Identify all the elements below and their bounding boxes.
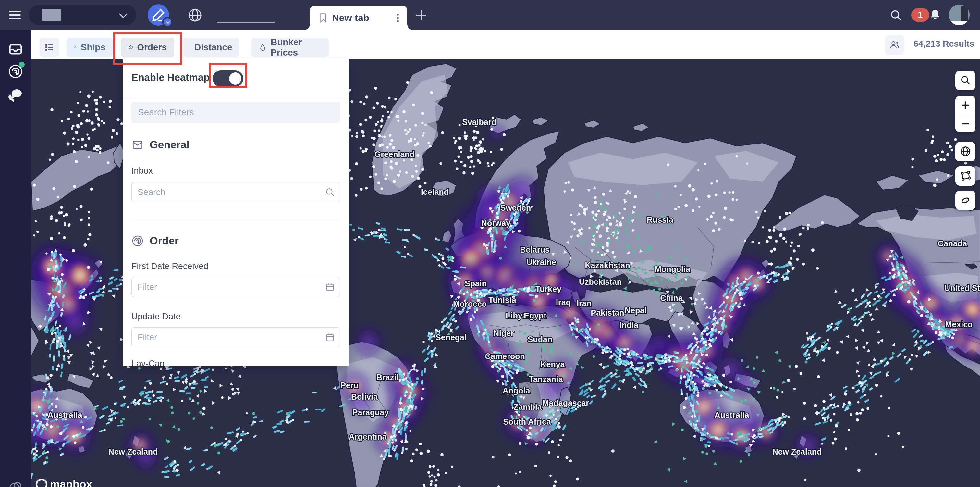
laycan-label: Lay-Can [131,359,164,366]
results-people-button[interactable] [885,35,904,55]
svg-text:Sweden: Sweden [500,203,531,212]
svg-text:Uzbekistan: Uzbekistan [579,277,622,286]
minus-icon [961,119,970,129]
svg-text:Iraq: Iraq [556,298,571,307]
svg-text:Norway: Norway [481,219,511,228]
map-lasso-control [955,191,975,210]
filter-panel: Enable Heatmap General Inbox Order First… [123,59,349,366]
hamburger-menu-button[interactable] [9,9,22,21]
lasso-select-button[interactable] [955,191,975,209]
language-globe-button[interactable] [188,8,202,23]
svg-text:Greenland: Greenland [374,150,415,159]
svg-text:Mexico: Mexico [945,320,973,329]
svg-text:Spain: Spain [465,279,487,288]
tab-bunker-prices-label: Bunker Prices [270,37,321,58]
toolbar: Ships Orders Distance Bunker Prices 64,2… [31,30,980,59]
org-switcher-dropdown[interactable] [29,5,136,25]
org-logo [41,9,61,21]
svg-text:Madagascar: Madagascar [542,398,589,407]
tab-ships[interactable]: Ships [67,38,113,57]
tab-menu-button[interactable] [397,12,400,23]
map-globe-control [955,142,975,161]
globe-icon [188,8,202,23]
polygon-select-button[interactable] [955,166,975,185]
compose-dropdown-badge[interactable] [162,17,173,27]
chevron-down-icon [119,10,127,18]
tab-orders-label: Orders [137,42,167,53]
layers-list-button[interactable] [40,38,59,57]
svg-text:Nepal: Nepal [625,306,647,315]
svg-text:Paraguay: Paraguay [352,408,389,417]
package-icon [129,42,133,53]
left-sidebar [0,30,31,487]
svg-text:Turkey: Turkey [535,284,562,294]
tab-ships-label: Ships [81,42,105,53]
sidebar-item-orders[interactable] [8,64,23,79]
svg-text:New Zealand: New Zealand [108,447,158,456]
notification-badge[interactable]: 1 [911,8,929,22]
svg-text:Pakistan: Pakistan [591,308,624,317]
svg-text:Australia: Australia [714,410,749,420]
svg-text:South Africa: South Africa [503,417,551,426]
first-date-received-label: First Date Received [131,261,208,271]
svg-text:China: China [660,294,683,303]
sidebar-item-inbox[interactable] [8,42,23,57]
map-zoom-control [955,96,975,133]
search-filters-input[interactable] [131,102,340,123]
avatar-redaction [961,6,968,23]
chevron-down-icon [166,19,170,24]
globe-view-button[interactable] [955,142,975,161]
svg-text:Zambia: Zambia [513,402,542,411]
svg-text:Mongolia: Mongolia [654,265,690,274]
svg-text:Angola: Angola [503,386,531,395]
svg-text:Sudan: Sudan [528,335,552,344]
zoom-in-button[interactable] [955,96,975,115]
update-date-input[interactable] [131,327,340,347]
general-section-heading: General [131,139,189,151]
svg-text:Peru: Peru [340,381,359,390]
svg-text:United States: United States [944,283,980,292]
redacted-text-line [217,22,275,23]
svg-text:India: India [619,321,639,329]
svg-text:Ukraine: Ukraine [527,257,556,267]
avatar-strip [950,21,968,25]
mapbox-logo-icon [36,479,48,487]
tab-distance[interactable]: Distance [183,38,239,57]
general-section-title: General [150,139,189,151]
mapbox-wordmark: mapbox [50,478,92,487]
user-avatar[interactable] [949,5,970,26]
first-date-received-input[interactable] [131,277,340,297]
svg-text:Iceland: Iceland [421,187,449,196]
tab-bunker-prices[interactable]: Bunker Prices [251,38,329,57]
tab-orders[interactable]: Orders [121,38,174,57]
map-search-control [955,71,975,90]
new-tab-button[interactable] [416,10,426,20]
enable-heatmap-label: Enable Heatmap [131,72,210,83]
svg-text:Tunisia: Tunisia [488,295,517,305]
svg-text:Tanzania: Tanzania [529,375,563,384]
sidebar-item-chat[interactable] [8,87,23,102]
chat-icon [8,87,23,102]
svg-text:Egypt: Egypt [524,311,546,320]
inbox-label: Inbox [131,166,153,176]
heatmap-toggle[interactable] [213,70,243,87]
bell-icon[interactable] [929,8,942,21]
svg-text:Kenya: Kenya [540,360,565,369]
svg-text:Canada: Canada [938,239,967,248]
status-dot [19,62,25,67]
plus-icon [961,100,970,110]
map-search-button[interactable] [955,71,975,89]
svg-text:Iran: Iran [577,299,592,308]
sidebar-item-help[interactable] [8,480,23,487]
inbox-icon [8,42,23,57]
browser-tab[interactable]: New tab [310,6,407,30]
svg-text:Brazil: Brazil [376,373,398,382]
people-icon [889,40,900,51]
zoom-out-button[interactable] [955,115,975,133]
svg-text:Morocco: Morocco [453,299,487,308]
search-button[interactable] [890,9,902,21]
update-date-label: Update Date [131,312,181,322]
inbox-search-input[interactable] [131,182,340,202]
svg-text:Svalbard: Svalbard [462,118,496,127]
order-section-heading: Order [131,235,179,247]
